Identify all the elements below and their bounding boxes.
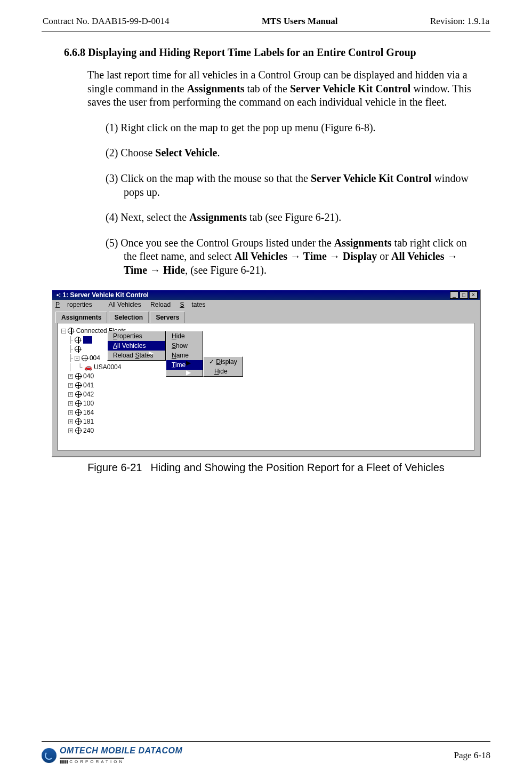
fleet-icon [75,346,81,352]
fleet-icon [75,391,82,398]
page-header: Contract No. DAAB15-99-D-0014 MTS Users … [42,16,490,30]
menu-item-hide[interactable]: Hide [204,367,243,376]
expand-icon[interactable]: + [68,419,73,424]
menubar[interactable]: Properties All Vehicles Reload States [52,300,480,309]
context-menu-main[interactable]: Properties All Vehicles▶ Reload States [107,331,166,361]
logo-icon [42,748,57,763]
minimize-button[interactable]: _ [450,291,458,299]
tab-servers[interactable]: Servers [150,312,185,323]
check-icon: ✓ [209,358,214,365]
fleet-icon [82,355,88,361]
menu-item-show[interactable]: Show [166,341,203,351]
page-number: Page 6-18 [454,750,490,761]
fleet-icon [75,382,82,388]
tree-item[interactable]: 041 [83,381,94,389]
menu-item-display[interactable]: ✓ Display [204,357,243,367]
fleet-icon [75,427,82,434]
expand-icon[interactable]: + [68,374,73,379]
fleet-icon [75,418,82,425]
tabs-row: Assignments Selection Servers [52,309,480,323]
tree-item[interactable]: 004 [90,354,100,362]
expand-icon[interactable]: + [68,383,73,388]
window-title: •: 1: Server Vehicle Kit Control [54,291,449,299]
tree-item[interactable]: 181 [83,418,94,425]
tab-selection[interactable]: Selection [109,312,149,323]
menu-item-time[interactable]: Time▶ [166,360,203,370]
tree-item[interactable]: 164 [83,409,94,416]
figure-label: Figure 6-21 [87,462,142,473]
close-button[interactable]: × [469,291,478,299]
submenu-arrow-icon: ▶ [186,359,191,367]
tree-item[interactable]: 100 [83,400,94,407]
step-1: (1) Right click on the map to get the po… [106,121,481,135]
menu-item-all-vehicles[interactable]: All Vehicles▶ [108,341,165,351]
menu-reload-states[interactable]: Reload States [150,301,213,308]
section-heading: 6.6.8 Displaying and Hiding Report Time … [64,46,490,59]
menu-item-properties[interactable]: Properties [108,331,165,341]
window-titlebar[interactable]: •: 1: Server Vehicle Kit Control _ □ × [52,290,480,300]
header-left: Contract No. DAAB15-99-D-0014 [43,16,170,27]
logo-text-top: OMTECH MOBILE DATACOM [60,746,182,756]
step-2: (2) Choose Select Vehicle. [106,146,481,160]
fleet-icon [75,409,82,416]
context-submenu-vehicles[interactable]: Hide Show Name▶ Time▶ [166,331,203,377]
figure-text: Hiding and Showing the Position Report f… [150,462,444,473]
fleet-icon [75,337,81,343]
expand-icon[interactable]: − [61,329,66,333]
header-center: MTS Users Manual [262,16,338,27]
intro-paragraph: The last report time for all vehicles in… [87,68,481,109]
tree-item[interactable]: USA0004 [94,363,121,371]
logo-text-bottom: CORPORATION [60,758,124,764]
tree-item[interactable]: 240 [83,427,94,434]
header-right: Revision: 1.9.1a [430,16,489,27]
step-3: (3) Click on the map with the mouse so t… [106,172,481,199]
step-4: (4) Next, select the Assignments tab (se… [106,211,481,225]
tree-item[interactable]: 040 [83,372,94,380]
expand-icon[interactable]: + [68,428,73,433]
expand-icon[interactable]: + [68,392,73,397]
tab-assignments[interactable]: Assignments [55,312,107,323]
step-5: (5) Once you see the Control Groups list… [106,236,481,277]
menu-item-hide[interactable]: Hide [166,331,203,341]
fleet-icon [75,400,82,407]
maximize-button[interactable]: □ [460,291,468,299]
figure-caption: Figure 6-21Hiding and Showing the Positi… [51,462,481,474]
context-submenu-time[interactable]: ✓ Display Hide [203,356,243,377]
embedded-screenshot: •: 1: Server Vehicle Kit Control _ □ × P… [51,289,481,474]
footer-rule [42,741,490,742]
footer-logo: OMTECH MOBILE DATACOM CORPORATION [42,746,182,765]
collapse-icon[interactable]: − [75,356,79,361]
tree-view[interactable]: − Connected Fleets ├ ├ ├ − 004 │ └ 🚗 USA… [58,323,474,451]
menu-properties[interactable]: Properties [55,301,100,308]
fleet-icon [68,328,74,334]
submenu-arrow-icon: ▶ [186,369,191,376]
menu-item-reload-states[interactable]: Reload States [108,351,165,360]
expand-icon[interactable]: + [68,401,73,406]
page-footer: OMTECH MOBILE DATACOM CORPORATION Page 6… [42,741,490,765]
menu-all-vehicles[interactable]: All Vehicles [108,301,141,308]
menu-item-name[interactable]: Name▶ [166,351,203,360]
header-rule [42,31,490,31]
tree-item-selected[interactable] [83,336,92,344]
expand-icon[interactable]: + [68,410,73,415]
fleet-icon [75,373,82,379]
tree-item[interactable]: 042 [83,391,94,398]
